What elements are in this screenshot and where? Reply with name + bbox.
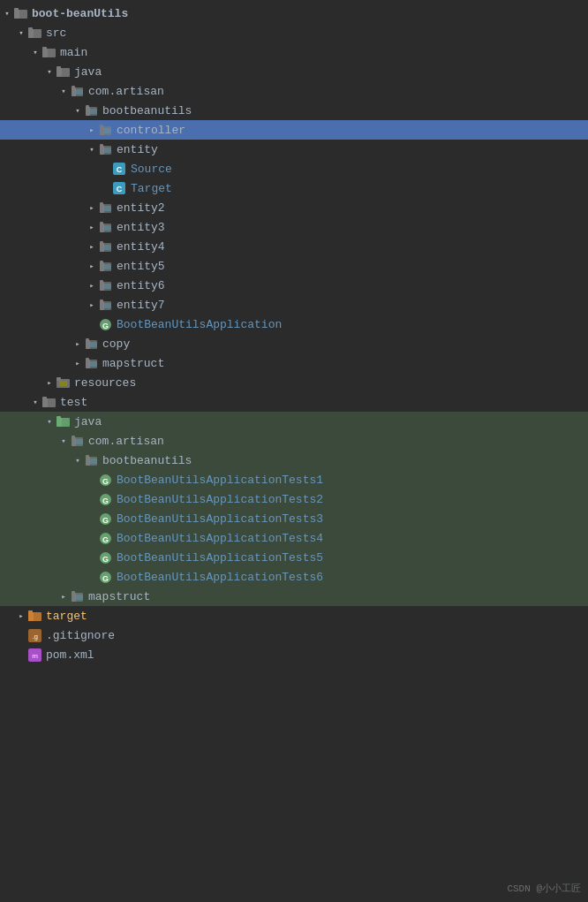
svg-text:G: G [102, 573, 109, 582]
tree-arrow[interactable]: ▾ [71, 453, 85, 467]
tree-item-label: com.artisan [88, 435, 164, 448]
tree-item-label: src [46, 27, 66, 40]
tree-arrow[interactable]: ▾ [57, 434, 71, 448]
tree-arrow[interactable]: ▸ [85, 201, 99, 215]
tree-item-label: entity3 [117, 221, 165, 234]
svg-rect-43 [103, 245, 111, 250]
package-icon [99, 239, 113, 254]
tree-item-main[interactable]: ▾ main [0, 42, 588, 62]
file-tree: ▾ boot-beanUtils▾ src▾ main▾ java▾ com.a… [0, 0, 588, 668]
tree-item-Tests1[interactable]: G BootBeanUtilsApplicationTests1 [0, 470, 588, 489]
tree-item-Target[interactable]: C Target [0, 178, 588, 198]
package-icon [85, 453, 99, 467]
tree-arrow[interactable]: ▾ [28, 45, 42, 59]
svg-rect-82 [89, 459, 97, 464]
tree-item-entity[interactable]: ▾ entity [0, 140, 588, 159]
tree-item-label: entity4 [117, 240, 165, 254]
svg-rect-97 [72, 591, 75, 595]
tree-arrow[interactable]: ▸ [85, 278, 99, 292]
svg-rect-98 [75, 595, 83, 600]
tree-item-entity5[interactable]: ▸ entity5 [0, 256, 588, 276]
tree-item-label: BootBeanUtilsApplicationTests1 [117, 474, 323, 487]
tree-item-Tests2[interactable]: G BootBeanUtilsApplicationTests2 [0, 489, 588, 509]
tree-arrow[interactable]: ▸ [85, 239, 99, 254]
tree-item-mapstruct-test[interactable]: ▸ mapstruct [0, 587, 588, 606]
tree-arrow[interactable]: ▾ [28, 395, 42, 409]
tree-item-BootBeanUtilsApplication[interactable]: G BootBeanUtilsApplication [0, 315, 588, 334]
tree-item-Tests4[interactable]: G BootBeanUtilsApplicationTests4 [0, 528, 588, 548]
spring-class-icon: G [99, 550, 113, 565]
tree-item-entity7[interactable]: ▸ entity7 [0, 295, 588, 315]
tree-item-boot-beanutils[interactable]: ▾ boot-beanUtils [0, 4, 588, 23]
tree-arrow[interactable]: ▸ [85, 259, 99, 273]
tree-arrow[interactable]: ▸ [71, 356, 85, 370]
tree-item-pomxml[interactable]: mpom.xml [0, 645, 588, 664]
tree-arrow[interactable]: ▸ [85, 123, 99, 137]
tree-item-label: entity2 [117, 201, 165, 215]
svg-rect-60 [86, 338, 89, 342]
tree-arrow[interactable]: ▾ [42, 414, 57, 428]
package-icon [99, 220, 113, 234]
folder-icon [57, 64, 71, 79]
tree-item-gitignore[interactable]: .g.gitignore [0, 625, 588, 645]
svg-text:G: G [102, 554, 109, 563]
svg-rect-39 [103, 225, 111, 231]
tree-arrow[interactable]: ▸ [14, 609, 28, 623]
tree-arrow[interactable]: ▸ [42, 375, 57, 390]
tree-item-label: Target [131, 182, 172, 195]
tree-item-Tests5[interactable]: G BootBeanUtilsApplicationTests5 [0, 548, 588, 567]
tree-item-label: BootBeanUtilsApplicationTests5 [117, 551, 323, 565]
tree-item-Source[interactable]: C Source [0, 159, 588, 178]
tree-arrow[interactable]: ▾ [0, 6, 14, 20]
tree-arrow[interactable]: ▾ [85, 142, 99, 156]
tree-item-Tests6[interactable]: G BootBeanUtilsApplicationTests6 [0, 567, 588, 587]
tree-item-mapstruct[interactable]: ▸ mapstruct [0, 353, 588, 373]
tree-arrow[interactable]: ▸ [71, 337, 85, 351]
package-icon [99, 298, 113, 312]
tree-item-copy[interactable]: ▸ copy [0, 334, 588, 353]
svg-rect-15 [75, 89, 83, 95]
tree-item-bootbeanutils[interactable]: ▾ bootbeanutils [0, 101, 588, 120]
folder-green-icon [57, 414, 71, 428]
tree-item-entity2[interactable]: ▸ entity2 [0, 198, 588, 217]
svg-text:G: G [102, 496, 109, 504]
svg-rect-67 [57, 377, 61, 381]
svg-text:G: G [102, 515, 109, 524]
tree-item-java[interactable]: ▾ java [0, 62, 588, 81]
tree-item-java-test[interactable]: ▾ java [0, 412, 588, 431]
spring-class-icon: G [99, 473, 113, 487]
tree-item-bootbeanutils-test[interactable]: ▾ bootbeanutils [0, 451, 588, 470]
folder-icon [14, 6, 28, 20]
tree-item-label: entity5 [117, 260, 165, 273]
spring-class-icon: G [99, 570, 113, 584]
tree-item-test[interactable]: ▾ test [0, 392, 588, 412]
tree-arrow[interactable]: ▸ [85, 220, 99, 234]
tree-item-label: bootbeanutils [102, 454, 192, 467]
tree-item-resources[interactable]: ▸ resources [0, 373, 588, 392]
tree-arrow[interactable]: ▸ [57, 589, 71, 603]
tree-item-com.artisan-test[interactable]: ▾ com.artisan [0, 431, 588, 451]
svg-rect-81 [86, 455, 89, 459]
tree-item-entity3[interactable]: ▸ entity3 [0, 217, 588, 237]
tree-arrow[interactable]: ▸ [85, 298, 99, 312]
svg-text:G: G [102, 534, 109, 543]
tree-arrow[interactable]: ▾ [14, 26, 28, 40]
package-icon [99, 201, 113, 215]
svg-text:G: G [102, 321, 109, 330]
tree-arrow[interactable]: ▾ [71, 103, 85, 117]
tree-item-Tests3[interactable]: G BootBeanUtilsApplicationTests3 [0, 509, 588, 528]
tree-item-com.artisan[interactable]: ▾ com.artisan [0, 81, 588, 101]
tree-item-target[interactable]: ▸ target [0, 606, 588, 625]
svg-rect-51 [103, 284, 111, 289]
svg-rect-64 [86, 358, 89, 361]
package-icon [99, 123, 113, 137]
package-icon [85, 356, 99, 370]
tree-item-label: test [60, 396, 87, 409]
tree-item-controller[interactable]: ▸ controller [0, 120, 588, 140]
tree-item-entity4[interactable]: ▸ entity4 [0, 237, 588, 256]
tree-arrow[interactable]: ▾ [42, 64, 57, 79]
tree-item-src[interactable]: ▾ src [0, 23, 588, 42]
tree-arrow[interactable]: ▾ [57, 84, 71, 98]
tree-item-entity6[interactable]: ▸ entity6 [0, 276, 588, 295]
svg-rect-68 [59, 381, 67, 386]
